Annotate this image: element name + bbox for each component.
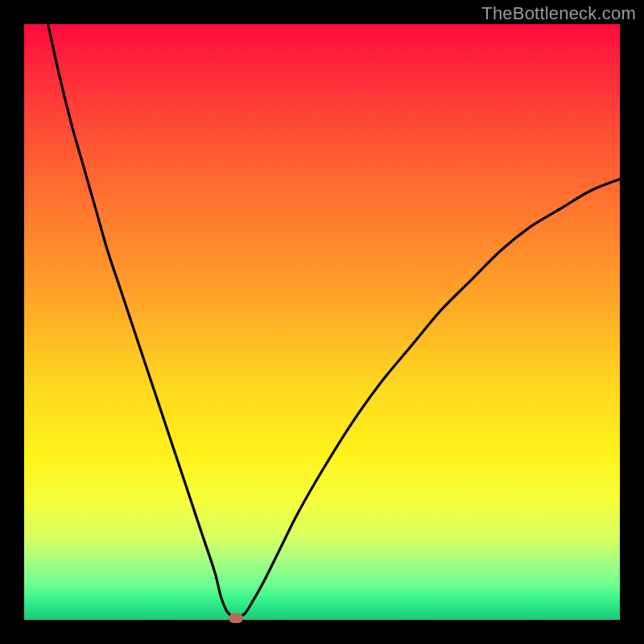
chart-frame: TheBottleneck.com <box>0 0 644 644</box>
watermark-label: TheBottleneck.com <box>481 3 636 24</box>
plot-area <box>24 24 620 620</box>
curve-right-branch <box>238 179 620 617</box>
curve-left-branch <box>48 24 233 617</box>
curve-svg <box>24 24 620 620</box>
min-point-marker <box>229 613 243 623</box>
